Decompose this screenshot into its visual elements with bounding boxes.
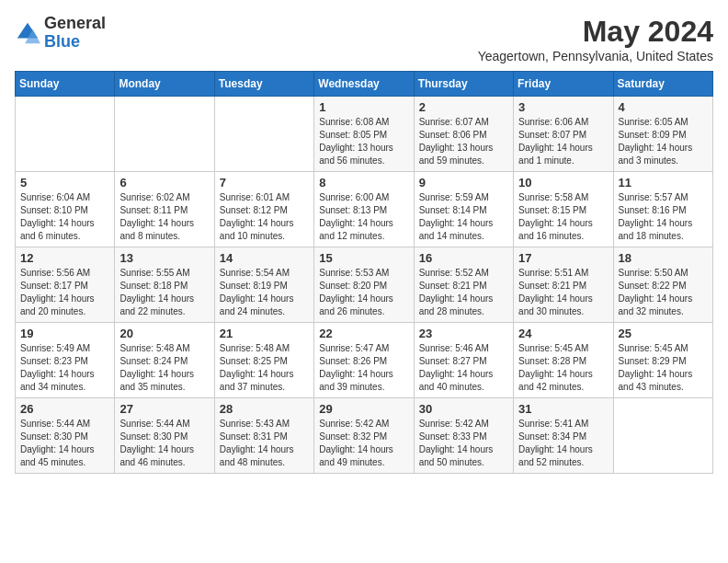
calendar-cell: 24Sunrise: 5:45 AM Sunset: 8:28 PM Dayli… bbox=[514, 323, 613, 398]
calendar-header-row: SundayMondayTuesdayWednesdayThursdayFrid… bbox=[16, 72, 713, 97]
calendar-cell: 11Sunrise: 5:57 AM Sunset: 8:16 PM Dayli… bbox=[613, 172, 712, 247]
cell-sun-info: Sunrise: 5:58 AM Sunset: 8:15 PM Dayligh… bbox=[518, 191, 608, 243]
cell-sun-info: Sunrise: 6:05 AM Sunset: 8:09 PM Dayligh… bbox=[619, 116, 708, 167]
calendar-cell: 28Sunrise: 5:43 AM Sunset: 8:31 PM Dayli… bbox=[214, 398, 313, 474]
calendar-cell: 2Sunrise: 6:07 AM Sunset: 8:06 PM Daylig… bbox=[414, 97, 513, 172]
day-number: 29 bbox=[319, 402, 408, 416]
calendar-cell: 12Sunrise: 5:56 AM Sunset: 8:17 PM Dayli… bbox=[16, 247, 115, 323]
cell-sun-info: Sunrise: 5:59 AM Sunset: 8:14 PM Dayligh… bbox=[419, 191, 508, 243]
calendar-cell: 25Sunrise: 5:45 AM Sunset: 8:29 PM Dayli… bbox=[613, 323, 712, 398]
calendar-cell bbox=[16, 97, 115, 172]
calendar-cell: 19Sunrise: 5:49 AM Sunset: 8:23 PM Dayli… bbox=[16, 323, 115, 398]
calendar-cell: 5Sunrise: 6:04 AM Sunset: 8:10 PM Daylig… bbox=[16, 172, 115, 247]
calendar-cell: 21Sunrise: 5:48 AM Sunset: 8:25 PM Dayli… bbox=[214, 323, 313, 398]
logo-icon bbox=[15, 20, 40, 46]
cell-sun-info: Sunrise: 6:02 AM Sunset: 8:11 PM Dayligh… bbox=[119, 191, 209, 243]
day-header-thursday: Thursday bbox=[414, 72, 513, 97]
cell-sun-info: Sunrise: 5:42 AM Sunset: 8:32 PM Dayligh… bbox=[319, 418, 408, 469]
day-number: 23 bbox=[419, 327, 508, 340]
cell-sun-info: Sunrise: 5:52 AM Sunset: 8:21 PM Dayligh… bbox=[419, 267, 508, 318]
title-block: May 2024 Yeagertown, Pennsylvania, Unite… bbox=[478, 15, 713, 63]
cell-sun-info: Sunrise: 5:42 AM Sunset: 8:33 PM Dayligh… bbox=[419, 418, 508, 469]
cell-sun-info: Sunrise: 6:01 AM Sunset: 8:12 PM Dayligh… bbox=[220, 191, 309, 243]
cell-sun-info: Sunrise: 5:43 AM Sunset: 8:31 PM Dayligh… bbox=[220, 418, 309, 469]
day-number: 12 bbox=[20, 251, 109, 265]
cell-sun-info: Sunrise: 5:50 AM Sunset: 8:22 PM Dayligh… bbox=[619, 267, 708, 318]
calendar-cell bbox=[214, 97, 313, 172]
calendar-cell: 18Sunrise: 5:50 AM Sunset: 8:22 PM Dayli… bbox=[613, 247, 712, 323]
cell-sun-info: Sunrise: 5:48 AM Sunset: 8:24 PM Dayligh… bbox=[119, 342, 209, 394]
calendar-cell: 4Sunrise: 6:05 AM Sunset: 8:09 PM Daylig… bbox=[613, 97, 712, 172]
calendar-cell bbox=[613, 398, 712, 474]
day-number: 27 bbox=[119, 402, 209, 416]
day-header-friday: Friday bbox=[514, 72, 613, 97]
calendar-week-row: 12Sunrise: 5:56 AM Sunset: 8:17 PM Dayli… bbox=[16, 247, 713, 323]
calendar-cell: 30Sunrise: 5:42 AM Sunset: 8:33 PM Dayli… bbox=[414, 398, 513, 474]
cell-sun-info: Sunrise: 5:57 AM Sunset: 8:16 PM Dayligh… bbox=[619, 191, 708, 243]
day-number: 24 bbox=[518, 327, 608, 340]
cell-sun-info: Sunrise: 5:47 AM Sunset: 8:26 PM Dayligh… bbox=[319, 342, 408, 394]
day-number: 7 bbox=[220, 176, 309, 190]
day-number: 2 bbox=[419, 100, 508, 114]
cell-sun-info: Sunrise: 5:45 AM Sunset: 8:28 PM Dayligh… bbox=[518, 342, 608, 394]
logo-general: General bbox=[44, 15, 106, 33]
calendar-cell: 16Sunrise: 5:52 AM Sunset: 8:21 PM Dayli… bbox=[414, 247, 513, 323]
cell-sun-info: Sunrise: 5:45 AM Sunset: 8:29 PM Dayligh… bbox=[619, 342, 708, 394]
calendar-cell: 26Sunrise: 5:44 AM Sunset: 8:30 PM Dayli… bbox=[16, 398, 115, 474]
day-number: 5 bbox=[20, 176, 109, 190]
calendar-cell: 22Sunrise: 5:47 AM Sunset: 8:26 PM Dayli… bbox=[314, 323, 414, 398]
day-number: 21 bbox=[220, 327, 309, 340]
day-number: 19 bbox=[20, 327, 109, 340]
day-number: 31 bbox=[518, 402, 608, 416]
cell-sun-info: Sunrise: 5:54 AM Sunset: 8:19 PM Dayligh… bbox=[220, 267, 309, 318]
calendar-week-row: 5Sunrise: 6:04 AM Sunset: 8:10 PM Daylig… bbox=[16, 172, 713, 247]
day-number: 20 bbox=[119, 327, 209, 340]
cell-sun-info: Sunrise: 5:49 AM Sunset: 8:23 PM Dayligh… bbox=[20, 342, 109, 394]
calendar-cell: 13Sunrise: 5:55 AM Sunset: 8:18 PM Dayli… bbox=[115, 247, 214, 323]
calendar-cell: 7Sunrise: 6:01 AM Sunset: 8:12 PM Daylig… bbox=[214, 172, 313, 247]
calendar-cell: 10Sunrise: 5:58 AM Sunset: 8:15 PM Dayli… bbox=[514, 172, 613, 247]
cell-sun-info: Sunrise: 6:00 AM Sunset: 8:13 PM Dayligh… bbox=[319, 191, 408, 243]
day-number: 8 bbox=[319, 176, 408, 190]
calendar-cell: 3Sunrise: 6:06 AM Sunset: 8:07 PM Daylig… bbox=[514, 97, 613, 172]
day-header-sunday: Sunday bbox=[16, 72, 115, 97]
day-number: 30 bbox=[419, 402, 508, 416]
calendar-cell: 9Sunrise: 5:59 AM Sunset: 8:14 PM Daylig… bbox=[414, 172, 513, 247]
cell-sun-info: Sunrise: 5:56 AM Sunset: 8:17 PM Dayligh… bbox=[20, 267, 109, 318]
day-number: 25 bbox=[619, 327, 708, 340]
calendar-cell: 17Sunrise: 5:51 AM Sunset: 8:21 PM Dayli… bbox=[514, 247, 613, 323]
calendar-table: SundayMondayTuesdayWednesdayThursdayFrid… bbox=[15, 71, 713, 474]
calendar-cell: 31Sunrise: 5:41 AM Sunset: 8:34 PM Dayli… bbox=[514, 398, 613, 474]
calendar-cell: 1Sunrise: 6:08 AM Sunset: 8:05 PM Daylig… bbox=[314, 97, 414, 172]
day-header-wednesday: Wednesday bbox=[314, 72, 414, 97]
cell-sun-info: Sunrise: 6:07 AM Sunset: 8:06 PM Dayligh… bbox=[419, 116, 508, 167]
calendar-cell: 23Sunrise: 5:46 AM Sunset: 8:27 PM Dayli… bbox=[414, 323, 513, 398]
cell-sun-info: Sunrise: 5:41 AM Sunset: 8:34 PM Dayligh… bbox=[518, 418, 608, 469]
logo-text: General Blue bbox=[44, 15, 106, 52]
day-number: 15 bbox=[319, 251, 408, 265]
day-number: 1 bbox=[319, 100, 408, 114]
calendar-week-row: 19Sunrise: 5:49 AM Sunset: 8:23 PM Dayli… bbox=[16, 323, 713, 398]
calendar-week-row: 1Sunrise: 6:08 AM Sunset: 8:05 PM Daylig… bbox=[16, 97, 713, 172]
day-number: 28 bbox=[220, 402, 309, 416]
calendar-cell: 27Sunrise: 5:44 AM Sunset: 8:30 PM Dayli… bbox=[115, 398, 214, 474]
day-number: 9 bbox=[419, 176, 508, 190]
cell-sun-info: Sunrise: 6:04 AM Sunset: 8:10 PM Dayligh… bbox=[20, 191, 109, 243]
cell-sun-info: Sunrise: 6:06 AM Sunset: 8:07 PM Dayligh… bbox=[518, 116, 608, 167]
calendar-cell: 29Sunrise: 5:42 AM Sunset: 8:32 PM Dayli… bbox=[314, 398, 414, 474]
calendar-cell: 20Sunrise: 5:48 AM Sunset: 8:24 PM Dayli… bbox=[115, 323, 214, 398]
day-number: 6 bbox=[119, 176, 209, 190]
day-number: 16 bbox=[419, 251, 508, 265]
cell-sun-info: Sunrise: 5:55 AM Sunset: 8:18 PM Dayligh… bbox=[119, 267, 209, 318]
cell-sun-info: Sunrise: 5:44 AM Sunset: 8:30 PM Dayligh… bbox=[119, 418, 209, 469]
location: Yeagertown, Pennsylvania, United States bbox=[478, 49, 713, 63]
day-header-monday: Monday bbox=[115, 72, 214, 97]
calendar-cell: 14Sunrise: 5:54 AM Sunset: 8:19 PM Dayli… bbox=[214, 247, 313, 323]
cell-sun-info: Sunrise: 5:44 AM Sunset: 8:30 PM Dayligh… bbox=[20, 418, 109, 469]
day-header-saturday: Saturday bbox=[613, 72, 712, 97]
day-number: 4 bbox=[619, 100, 708, 114]
calendar-cell: 15Sunrise: 5:53 AM Sunset: 8:20 PM Dayli… bbox=[314, 247, 414, 323]
month-year: May 2024 bbox=[478, 15, 713, 49]
day-number: 13 bbox=[119, 251, 209, 265]
day-number: 18 bbox=[619, 251, 708, 265]
